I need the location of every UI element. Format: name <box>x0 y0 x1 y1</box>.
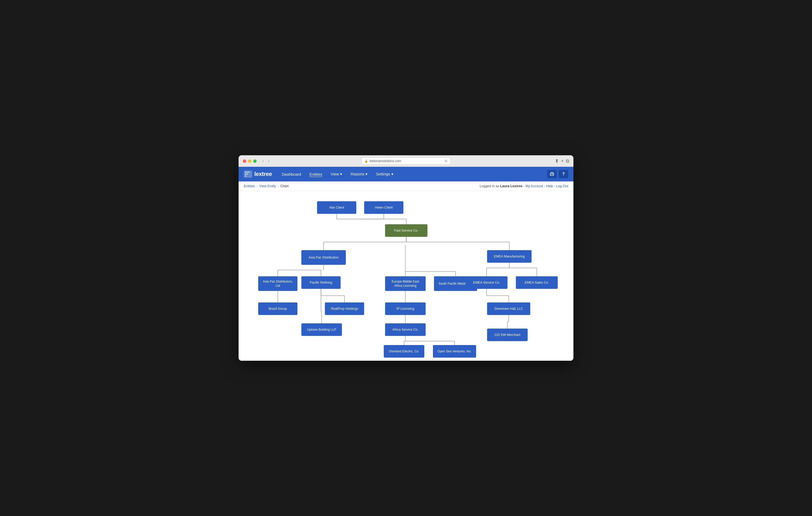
logo-text: lextree <box>254 171 272 178</box>
share-button[interactable]: ⬆ <box>555 158 559 164</box>
titlebar-actions: ⬆ + ⧉ <box>555 158 569 164</box>
print-button[interactable] <box>547 170 557 178</box>
separator-1: - <box>523 184 526 188</box>
browser-window: ‹ › 🔒 berkmansolutions.com ↻ ⬆ + ⧉ <box>239 155 573 361</box>
traffic-lights <box>243 159 257 163</box>
svg-rect-5 <box>245 175 246 177</box>
breadcrumb-bar: Entities › View Entity › Chart Logged in… <box>239 181 573 191</box>
minimize-button[interactable] <box>248 159 252 163</box>
node-asia-pac-distributors[interactable]: Asia Pac Distributors, Ltd <box>258 276 297 291</box>
breadcrumb-entities[interactable]: Entities <box>244 184 255 188</box>
breadcrumb-sep-2: › <box>278 184 279 188</box>
main-nav: Dashboard Entities View ▾ Reports ▾ Sett… <box>278 170 397 179</box>
svg-rect-2 <box>248 172 249 173</box>
node-sw-merchant[interactable]: 123 SW Merchant <box>487 329 528 341</box>
separator-3: - <box>554 184 556 188</box>
app-header: lextree Dashboard Entities View ▾ Report… <box>239 167 573 181</box>
breadcrumb: Entities › View Entity › Chart <box>244 184 289 188</box>
node-asia-pac-dist[interactable]: Asia Pac Distribution <box>301 250 346 265</box>
nav-reports[interactable]: Reports ▾ <box>347 170 371 179</box>
back-button[interactable]: ‹ <box>261 158 265 164</box>
org-chart: Abe Client Helen Client Fast Service Co.… <box>252 199 560 350</box>
node-abe-client[interactable]: Abe Client <box>317 201 356 214</box>
node-africa-service[interactable]: Africa Service Co. <box>385 323 426 336</box>
nav-settings[interactable]: Settings ▾ <box>372 170 397 179</box>
breadcrumb-sep-1: › <box>257 184 258 188</box>
node-fast-service[interactable]: Fast Service Co. <box>385 224 428 237</box>
url-text: berkmansolutions.com <box>370 159 401 163</box>
node-emea-mfg[interactable]: EMEA Manufacturing <box>487 250 531 263</box>
node-helen-client[interactable]: Helen Client <box>364 201 403 214</box>
help-link[interactable]: Help <box>546 184 553 188</box>
svg-rect-7 <box>551 174 553 176</box>
svg-rect-4 <box>247 174 248 175</box>
maximize-button[interactable] <box>253 159 257 163</box>
svg-rect-8 <box>551 172 553 173</box>
logged-in-user: Laura Lextree <box>500 184 522 188</box>
nav-dashboard[interactable]: Dashboard <box>278 170 304 179</box>
tabs-button[interactable]: ⧉ <box>566 158 569 164</box>
header-left: lextree Dashboard Entities View ▾ Report… <box>244 170 397 179</box>
svg-rect-1 <box>247 172 248 173</box>
svg-rect-3 <box>245 174 246 175</box>
svg-point-9 <box>553 174 553 174</box>
node-emea-licensing[interactable]: Europe Middle East Africa Licensing <box>385 276 426 291</box>
breadcrumb-chart: Chart <box>280 184 289 188</box>
new-tab-button[interactable]: + <box>561 158 564 164</box>
logo-icon <box>244 171 252 178</box>
logo-area: lextree <box>244 171 272 178</box>
logout-link[interactable]: Log Out <box>556 184 568 188</box>
reload-icon[interactable]: ↻ <box>445 159 447 163</box>
nav-entities[interactable]: Entities <box>306 170 326 179</box>
svg-rect-0 <box>245 172 246 173</box>
url-bar[interactable]: 🔒 berkmansolutions.com ↻ <box>361 157 451 165</box>
node-ip-licensing[interactable]: IP Licensing <box>385 302 426 315</box>
header-right: ? <box>547 170 568 178</box>
help-button[interactable]: ? <box>559 170 568 178</box>
node-emea-service[interactable]: EMEA Service Co. <box>466 276 508 289</box>
close-button[interactable] <box>243 159 246 163</box>
chart-area: Abe Client Helen Client Fast Service Co.… <box>239 191 573 361</box>
node-downtown-hall[interactable]: Downtown Hall, LLC <box>487 302 530 315</box>
nav-view[interactable]: View ▾ <box>327 170 346 179</box>
node-uptown-building[interactable]: Uptown Building LLP <box>301 323 342 336</box>
question-mark-icon: ? <box>562 172 565 177</box>
login-label: Logged in as <box>480 184 500 188</box>
lock-icon: 🔒 <box>365 159 368 163</box>
node-pacific-refining[interactable]: Pacific Refining <box>301 276 341 289</box>
forward-button[interactable]: › <box>266 158 271 164</box>
node-brazil-group[interactable]: Brazil Group <box>258 302 297 315</box>
node-overland-electric[interactable]: Overland Electric, Co. <box>384 345 424 358</box>
breadcrumb-view-entity[interactable]: View Entity <box>259 184 276 188</box>
node-open-sea[interactable]: Open Sea Ventures, Inc. <box>433 345 476 358</box>
breadcrumb-right: Logged in as Laura Lextree - My Account … <box>480 184 568 188</box>
my-account-link[interactable]: My Account <box>526 184 543 188</box>
title-bar: ‹ › 🔒 berkmansolutions.com ↻ ⬆ + ⧉ <box>239 155 573 167</box>
node-realprop[interactable]: RealProp Holdings <box>325 302 364 315</box>
browser-nav-arrows: ‹ › <box>261 158 271 164</box>
node-emea-sales[interactable]: EMEA Sales Co. <box>516 276 558 289</box>
